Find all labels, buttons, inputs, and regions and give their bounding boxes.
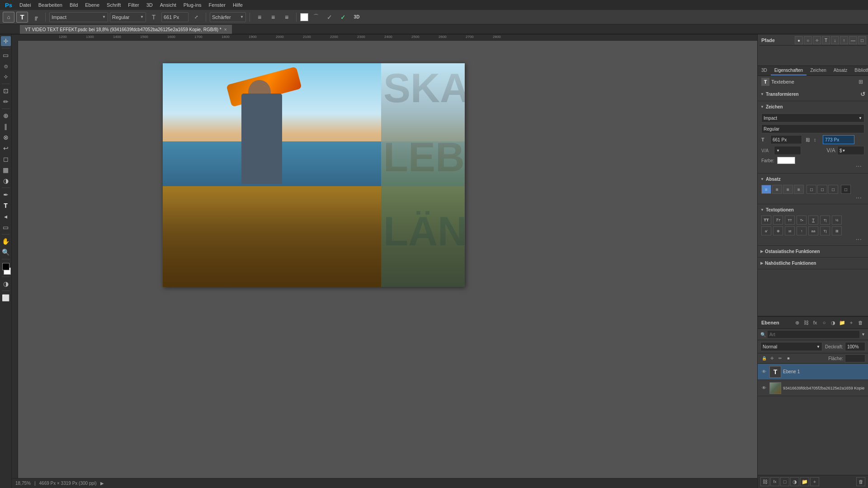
lasso-tool[interactable]: ⌾ [1,61,11,71]
paths-collapse[interactable]: — [849,36,857,44]
opacity-field[interactable]: 100% [845,342,865,351]
align-right-btn[interactable]: ≡ [281,12,292,23]
align-center-v-absatz[interactable]: □ [817,185,827,194]
to-btn-g[interactable]: ⊞ [832,226,842,235]
textoptionen-header[interactable]: ▼ Textoptionen [758,206,868,214]
menu-bearbeiten[interactable]: Bearbeiten [35,1,66,9]
resize-icon[interactable]: ⤢ [190,12,202,23]
layer-group-bottom[interactable]: 📁 [800,477,809,486]
canvas-content[interactable]: SKAT LEBE LÄNG [18,41,757,478]
layer-del-bottom[interactable]: 🗑 [856,477,865,486]
layer-del-btn[interactable]: 🗑 [856,319,864,327]
menu-filter[interactable]: Filter [125,1,142,9]
layer-new-bottom[interactable]: + [810,477,819,486]
tab-zeichen[interactable]: Zeichen [807,66,830,75]
farbe-swatch[interactable] [777,157,795,164]
align-right-absatz[interactable]: ≡ [783,185,793,194]
layer-new-btn[interactable]: + [847,319,855,327]
to-italic[interactable]: TT [773,216,783,225]
to-btn-c[interactable]: st [785,226,795,235]
paths-expand[interactable]: □ [858,36,866,44]
align-left-btn[interactable]: ≡ [254,12,265,23]
brush-tool[interactable]: ∥ [1,122,11,131]
path-tool-btn[interactable]: ╔ [30,12,42,23]
move-tool[interactable]: ✛ [1,36,11,46]
paths-btn-6[interactable]: ↑ [840,36,848,44]
to-btn-f[interactable]: T| [820,226,830,235]
layer-2-eye[interactable]: 👁 [760,385,768,392]
screen-mode-btn[interactable]: ⬜ [1,293,11,303]
menu-schrift[interactable]: Schrift [104,1,124,9]
lock-position-btn[interactable]: ✛ [769,355,776,362]
text-color-swatch[interactable] [300,13,308,21]
home-tool-btn[interactable]: ⌂ [3,12,14,23]
fill-field[interactable] [845,354,865,362]
history-tool[interactable]: ↩ [1,143,11,153]
foreground-color[interactable] [2,263,9,270]
align-extra-absatz[interactable]: □ [841,185,851,194]
layer-item-2[interactable]: 👁 93416639fdcb4705f2ba26125e2a1659 Kopie [758,380,868,396]
to-underline[interactable]: T [808,216,818,225]
va-field[interactable]: ▼ [774,146,801,155]
warp-btn[interactable]: ⌒ [310,12,322,23]
transformieren-reset[interactable]: ↺ [860,91,865,98]
layer-folder-btn[interactable]: 📁 [838,319,846,327]
menu-plugins[interactable]: Plug-ins [180,1,205,9]
absatz-more-dots[interactable]: ··· [761,196,864,200]
layer-link-bottom[interactable]: ⛓ [760,477,769,486]
clone-tool[interactable]: ⊗ [1,132,11,142]
align-center-btn[interactable]: ≡ [267,12,279,23]
size-field-right[interactable]: 773 Px [823,135,854,144]
transformieren-header[interactable]: ▼ Transformieren ↺ [758,89,868,99]
menu-3d[interactable]: 3D [143,1,156,9]
healing-tool[interactable]: ⊕ [1,111,11,121]
lock-all-btn[interactable]: 🔒 [760,355,768,362]
gradient-tool[interactable]: ▦ [1,165,11,175]
3d-btn[interactable]: 3D [351,12,363,23]
layer-item-1[interactable]: 👁 T Ebene 1 [758,364,868,380]
absatz-header[interactable]: ▼ Absatz [758,175,868,183]
status-arrow[interactable]: ▶ [100,481,104,486]
nahostlich-header[interactable]: ▶ Nahöstliche Funktionen [758,259,868,267]
paths-btn-2[interactable]: ○ [804,36,812,44]
lock-pixel-btn[interactable]: ■ [785,355,792,362]
quick-mask-btn[interactable]: ◑ [1,279,11,289]
menu-hilfe[interactable]: Hilfe [230,1,246,9]
font-family-field[interactable]: Impact ▼ [761,113,864,122]
tab-bibliotheken[interactable]: Bibliotheken [851,66,868,75]
layer-adj-btn[interactable]: ◑ [829,319,837,327]
tab-absatz[interactable]: Absatz [830,66,851,75]
menu-ebene[interactable]: Ebene [82,1,103,9]
align-justify-absatz[interactable]: ≡ [794,185,804,194]
hand-tool[interactable]: ✋ [1,236,11,246]
confirm-btn[interactable]: ✓ [337,12,349,23]
antialiasing-dropdown[interactable]: Schärfer ▼ [210,12,246,22]
shape-tool[interactable]: ▭ [1,222,11,232]
active-tab[interactable]: YT VIDEO TEXT EFFEKT.psdc bei 18,8% (934… [20,25,232,34]
align-fill-absatz[interactable]: □ [807,185,816,194]
blur-tool[interactable]: ◑ [1,176,11,186]
to-upper[interactable]: TT [785,216,795,225]
to-fraction[interactable]: ½ [832,216,842,225]
magic-wand-tool[interactable]: ✧ [1,72,11,82]
text-tool-btn[interactable]: T [16,12,28,23]
to-bold[interactable]: TT [761,216,771,225]
crop-tool[interactable]: ⊡ [1,86,11,96]
eraser-tool[interactable]: ◻ [1,154,11,164]
layer-adj-bottom[interactable]: ◑ [790,477,799,486]
layer-mask-bottom[interactable]: □ [780,477,789,486]
font-size-dropdown[interactable]: 661 Px [161,12,189,22]
zoom-tool[interactable]: 🔍 [1,247,11,257]
tab-eigenschaften[interactable]: Eigenschaften [771,66,807,75]
tab-3d[interactable]: 3D [758,66,771,75]
size-field-left[interactable]: 661 Px [770,135,802,144]
to-small-caps[interactable]: T• [797,216,807,225]
menu-datei[interactable]: Datei [16,1,34,9]
eyedropper-tool[interactable]: ✏ [1,97,11,107]
ostasiatisch-header[interactable]: ▶ Ostasiatische Funktionen [758,248,868,255]
pen-tool[interactable]: ✒ [1,190,11,200]
tab-close-btn[interactable]: × [224,27,227,32]
font-style-dropdown[interactable]: Regular ▼ [110,12,146,22]
layer-fx-btn[interactable]: fx [811,319,819,327]
layer-fx-bottom[interactable]: fx [770,477,779,486]
